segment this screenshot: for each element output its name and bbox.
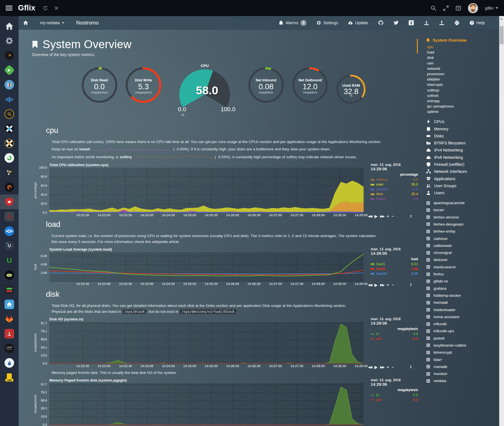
legend-in[interactable]: in0.0 <box>371 332 418 336</box>
chart-zoom-in-button[interactable]: + <box>387 283 389 287</box>
chart-backwards-button[interactable]: ◀◀ <box>368 365 372 369</box>
avatar[interactable] <box>468 3 478 13</box>
menu-system-overview[interactable]: System Overview <box>417 38 496 43</box>
close-tab-icon[interactable] <box>54 6 59 10</box>
menu-app-binhex-emby[interactable]: binhex-emby <box>417 228 496 235</box>
plex-icon[interactable]: » <box>0 48 19 63</box>
node-graph-icon[interactable] <box>0 165 19 180</box>
gitlab-icon[interactable] <box>0 312 19 326</box>
net-outbound-gauge[interactable]: Net Outbound12.0megabits/s <box>292 67 328 103</box>
chart-forwards-button[interactable]: ▶▶ <box>380 214 384 218</box>
scrollbar[interactable] <box>499 16 504 426</box>
ubooquity-icon[interactable]: U <box>0 253 19 268</box>
scrollbar-thumb[interactable] <box>500 26 503 44</box>
chart-forwards-button[interactable]: ▶▶ <box>380 283 384 287</box>
menu-item-idlejitter[interactable]: idlejitter <box>417 77 496 82</box>
chart-backwards-button[interactable]: ◀◀ <box>368 283 372 287</box>
legend-load5[interactable]: load52.68 <box>371 267 418 271</box>
menu-app-diskover[interactable]: diskover <box>417 256 496 263</box>
menu-app-lidarr[interactable]: lidarr <box>417 356 496 363</box>
legend-iowait[interactable]: iowait0.0 <box>371 197 418 201</box>
rutorrent-icon[interactable] <box>0 209 19 224</box>
tautulli-icon[interactable] <box>0 121 19 136</box>
chart-zoom-out-button[interactable]: − <box>392 283 394 287</box>
menu-app-apacheguacamole[interactable]: apacheguacamole <box>417 199 496 206</box>
chart-backwards-button[interactable]: ◀◀ <box>368 214 372 218</box>
menu-item-network[interactable]: network <box>417 66 496 71</box>
user-menu[interactable]: gilbn <box>485 6 498 10</box>
deluge-icon[interactable] <box>0 356 19 370</box>
menu-app-bazarr[interactable]: bazarr <box>417 206 496 213</box>
import-snapshot-icon[interactable] <box>424 20 429 25</box>
menu-group-btrfs-filesystem[interactable]: BTRFS filesystem <box>417 140 496 147</box>
chart-zoom-in-button[interactable]: + <box>387 365 389 369</box>
menu-app-monitorr[interactable]: monitorr <box>417 370 496 377</box>
chart-resize-handle[interactable]: ⇕ <box>409 283 412 287</box>
legend-out[interactable]: out-5.2 <box>371 398 418 402</box>
youtube-dl-icon[interactable] <box>0 326 19 341</box>
legend-softirq[interactable]: softirq0.0 <box>371 177 418 182</box>
menu-group-memory[interactable]: Memory <box>417 125 496 132</box>
net-inbound-gauge[interactable]: Net Inbound0.08megabits/s <box>248 67 284 103</box>
chart-zoom-out-button[interactable]: − <box>392 214 394 218</box>
settings-icon[interactable] <box>0 34 19 48</box>
menu-app-heimdall[interactable]: heimdall <box>417 299 496 306</box>
menu-item-ipc-semaphores[interactable]: ipc semaphores <box>417 104 496 109</box>
sabnzbd-icon[interactable]: sab <box>0 370 19 385</box>
alarms-button[interactable]: Alarms 2 <box>279 20 306 26</box>
emby-icon[interactable]: ▶ <box>0 63 19 77</box>
server-dropdown[interactable]: my-netdata <box>40 21 64 25</box>
menu-app-letsencrypt[interactable]: letsencrypt <box>417 349 496 356</box>
export-snapshot-icon[interactable] <box>439 20 444 25</box>
menu-group-ipv6-networking[interactable]: IPv6 Networking <box>417 154 496 161</box>
home-assistant-icon[interactable] <box>0 297 19 312</box>
menu-app-calibreweb[interactable]: calibreweb <box>417 242 496 249</box>
menu-group-applications[interactable]: Applications <box>417 175 496 182</box>
legend-system[interactable]: system2.3 <box>371 187 418 192</box>
menu-item-softnet[interactable]: softnet <box>417 93 496 98</box>
menu-app-cadvisor[interactable]: cadvisor <box>417 235 496 242</box>
menu-group-network-interfaces[interactable]: Network Interfaces <box>417 168 496 175</box>
menu-app-firefox[interactable]: firefox <box>417 271 496 278</box>
fullscreen-icon[interactable] <box>443 5 449 11</box>
menu-group-disks[interactable]: Disks <box>417 132 496 139</box>
changelog-icon[interactable] <box>456 5 461 11</box>
menu-item-processes[interactable]: processes <box>417 71 496 77</box>
cpu-gauge[interactable]: CPU58.00.0100.0% <box>169 64 240 119</box>
legend-out[interactable]: out-5.3 <box>371 336 418 341</box>
menu-app-mariadb[interactable]: mariadb <box>417 363 496 370</box>
menu-item-load[interactable]: load <box>417 50 496 55</box>
scrollbar-up-arrow[interactable] <box>500 18 503 20</box>
menu-item-ram[interactable]: ram <box>417 61 496 66</box>
lazylibrarian-icon[interactable]: LAZYlibrarian <box>0 341 19 356</box>
menu-item-cpu[interactable]: cpu <box>417 44 496 50</box>
ombi-icon[interactable] <box>0 136 19 151</box>
unifi-icon[interactable]: U <box>0 238 19 253</box>
menu-app-hiddenloader[interactable]: hiddenloader <box>417 306 496 313</box>
menu-app-hddtemp-docker[interactable]: hddtemp-docker <box>417 292 496 299</box>
menu-app-binhex-airsonic[interactable]: binhex-airsonic <box>417 214 496 221</box>
nzbget-icon[interactable] <box>0 151 19 165</box>
refresh-tab-icon[interactable] <box>43 6 48 11</box>
legend-in[interactable]: in0.0 <box>371 393 418 398</box>
legend-user[interactable]: user35.3 <box>371 182 418 187</box>
chart-resize-handle[interactable]: ⇕ <box>409 365 412 369</box>
airsonic-icon[interactable] <box>0 92 19 107</box>
calibre-icon[interactable] <box>0 77 19 92</box>
home-icon[interactable] <box>0 19 19 34</box>
chart-play-button[interactable]: ▶ <box>374 283 377 287</box>
home-icon[interactable] <box>23 20 28 25</box>
load-chart-canvas[interactable] <box>49 252 364 282</box>
menu-app-binhex-delugevpn[interactable]: binhex-delugevpn <box>417 221 496 228</box>
legend-nice[interactable]: nice20.4 <box>371 192 418 197</box>
twitter-icon[interactable] <box>394 20 399 25</box>
legend-load15[interactable]: load152.06 <box>371 271 418 276</box>
nextcloud-icon[interactable] <box>0 224 19 238</box>
menu-app-lazylibrarian-calibre[interactable]: lazylibrarian-calibre <box>417 342 496 349</box>
grafana-icon[interactable] <box>0 180 19 195</box>
menu-item-disk[interactable]: disk <box>417 55 496 60</box>
update-button[interactable]: Update <box>348 21 368 25</box>
github-icon[interactable] <box>378 20 383 25</box>
chart-resize-handle[interactable]: ⇕ <box>409 214 412 218</box>
menu-app-netdata[interactable]: netdata <box>417 377 496 384</box>
